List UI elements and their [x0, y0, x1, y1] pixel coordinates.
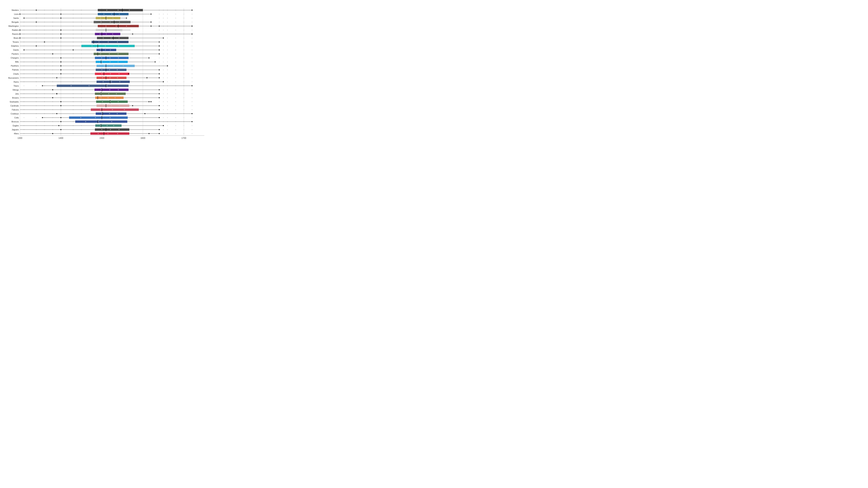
svg-point-368: [109, 69, 110, 70]
svg-point-346: [113, 65, 114, 66]
svg-point-476: [52, 89, 53, 90]
svg-point-629: [192, 117, 193, 118]
svg-rect-587: [91, 108, 139, 111]
svg-point-493: [183, 93, 184, 94]
svg-point-224: [163, 45, 164, 46]
svg-point-137: [192, 30, 193, 31]
svg-point-163: [19, 33, 21, 35]
svg-point-582: [167, 109, 168, 110]
svg-point-590: [100, 109, 101, 110]
svg-point-120: [191, 26, 193, 27]
svg-point-358: [167, 69, 168, 70]
svg-point-347: [123, 65, 124, 66]
svg-point-700: [60, 129, 61, 130]
svg-point-249: [183, 50, 184, 51]
svg-point-693: [167, 129, 168, 130]
svg-point-514: [167, 97, 168, 98]
svg-text:Cowboys: Cowboys: [11, 112, 19, 115]
svg-point-234: [92, 45, 92, 46]
svg-point-43: [167, 14, 168, 14]
svg-point-717: [183, 133, 184, 134]
svg-point-360: [183, 69, 184, 70]
svg-point-213: [108, 41, 109, 42]
svg-point-250: [192, 50, 193, 51]
svg-point-548: [118, 101, 119, 102]
svg-point-92: [192, 22, 193, 23]
svg-point-225: [167, 45, 168, 46]
svg-point-516: [183, 97, 184, 98]
svg-point-696: [192, 129, 193, 130]
svg-point-316: [183, 61, 184, 62]
svg-point-32: [129, 10, 130, 11]
svg-point-617: [24, 117, 24, 118]
svg-point-479: [110, 89, 110, 90]
svg-text:Vikings: Vikings: [12, 89, 19, 91]
svg-point-411: [147, 77, 148, 78]
svg-point-412: [159, 77, 160, 78]
svg-text:Titans: Titans: [13, 85, 19, 87]
svg-point-212: [98, 41, 99, 42]
svg-point-89: [167, 22, 168, 23]
svg-point-633: [42, 117, 43, 118]
svg-point-142: [60, 29, 61, 31]
svg-point-281: [118, 54, 119, 55]
svg-rect-431: [97, 80, 130, 83]
svg-point-457: [89, 85, 90, 86]
svg-point-235: [105, 45, 106, 46]
svg-text:Buccaneers: Buccaneers: [8, 77, 19, 79]
svg-point-294: [183, 58, 184, 58]
svg-point-547: [110, 101, 111, 102]
svg-point-478: [101, 89, 102, 90]
svg-rect-608: [96, 112, 126, 115]
svg-point-682: [113, 125, 114, 126]
svg-point-190: [103, 38, 104, 38]
svg-point-491: [167, 93, 168, 94]
svg-point-415: [117, 77, 118, 78]
svg-point-181: [175, 38, 176, 38]
svg-text:Saints: Saints: [13, 17, 19, 19]
svg-point-293: [175, 58, 176, 58]
svg-point-657: [191, 121, 193, 122]
svg-point-612: [191, 113, 193, 114]
svg-text:Lions: Lions: [14, 13, 19, 15]
svg-point-50: [19, 13, 21, 14]
svg-point-406: [192, 77, 193, 78]
svg-point-167: [99, 34, 100, 35]
svg-point-52: [151, 13, 152, 14]
svg-text:Panthers: Panthers: [11, 65, 19, 67]
svg-point-524: [107, 97, 108, 98]
svg-point-428: [183, 81, 184, 82]
svg-point-534: [159, 101, 160, 102]
svg-point-626: [167, 117, 168, 118]
svg-point-303: [118, 58, 119, 58]
svg-point-591: [112, 109, 113, 110]
svg-point-204: [175, 41, 176, 42]
svg-point-192: [119, 38, 120, 38]
svg-point-456: [71, 85, 72, 86]
svg-point-581: [163, 109, 164, 110]
svg-point-339: [192, 65, 193, 66]
svg-text:1700: 1700: [181, 137, 186, 139]
svg-point-302: [110, 58, 111, 58]
svg-point-97: [151, 22, 152, 23]
svg-point-206: [192, 41, 193, 42]
svg-rect-185: [97, 37, 129, 39]
svg-point-636: [80, 117, 81, 118]
svg-point-248: [175, 50, 176, 51]
svg-point-278: [159, 53, 160, 55]
svg-rect-698: [95, 128, 129, 131]
svg-point-228: [192, 45, 193, 46]
svg-point-121: [105, 26, 106, 27]
svg-rect-48: [98, 13, 129, 15]
svg-point-143: [100, 30, 101, 31]
svg-point-414: [110, 77, 111, 78]
svg-point-660: [111, 121, 112, 122]
svg-point-680: [100, 125, 101, 126]
chart-container: 13001400150016001700SteelersLionsSaintsB…: [0, 0, 217, 154]
svg-point-210: [44, 41, 45, 42]
svg-point-383: [192, 73, 193, 74]
svg-point-78: [113, 18, 113, 19]
svg-point-701: [159, 129, 160, 130]
svg-point-671: [167, 125, 168, 126]
svg-point-99: [110, 22, 111, 23]
